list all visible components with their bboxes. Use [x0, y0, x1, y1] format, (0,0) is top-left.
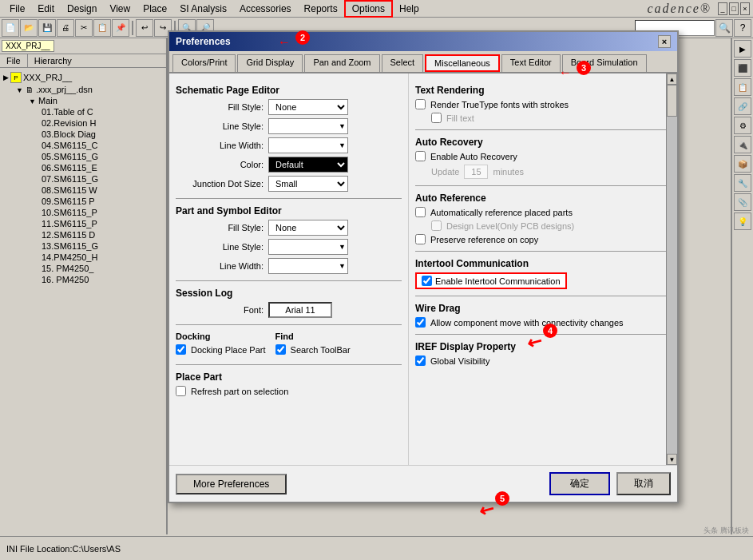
design-level-checkbox[interactable]: [431, 220, 442, 231]
scroll-thumb[interactable]: [667, 85, 677, 117]
minutes-label: minutes: [493, 167, 524, 177]
rt-btn-1[interactable]: ▶: [734, 40, 751, 58]
preserve-ref-checkbox[interactable]: [415, 234, 426, 244]
maximize-button[interactable]: □: [729, 2, 739, 15]
search-icon[interactable]: 🔍: [715, 19, 733, 37]
font-button[interactable]: Arial 11: [268, 302, 332, 318]
tree-item-6[interactable]: 06.SM6115_E: [42, 162, 163, 173]
minimize-button[interactable]: _: [718, 2, 727, 15]
update-input[interactable]: [464, 165, 488, 179]
auto-recovery-checkbox[interactable]: [415, 151, 426, 161]
menu-place[interactable]: Place: [137, 2, 173, 16]
help-icon[interactable]: ?: [734, 19, 751, 37]
divider-r5: [415, 334, 671, 335]
menu-edit[interactable]: Edit: [31, 2, 61, 16]
rt-btn-5[interactable]: ⚙: [734, 117, 751, 134]
toolbar-new[interactable]: 📄: [2, 19, 19, 37]
tab-grid-display[interactable]: Grid Display: [237, 54, 303, 72]
fill-text-checkbox[interactable]: [431, 113, 442, 123]
tree-item-12[interactable]: 12.SM6115 D: [42, 229, 163, 240]
part-fill-select[interactable]: None: [268, 220, 348, 236]
toolbar-undo[interactable]: ↩: [136, 19, 153, 37]
close-button[interactable]: ×: [658, 35, 671, 48]
tab-pan-zoom[interactable]: Pan and Zoom: [304, 54, 379, 72]
part-line-width-label: Line Width:: [176, 261, 264, 271]
search-toolbar-checkbox[interactable]: [275, 344, 286, 355]
tab-board-simulation[interactable]: Board Simulation: [562, 54, 647, 72]
tree-item-10[interactable]: 10.SM6115_P: [42, 207, 163, 218]
rt-btn-2[interactable]: ⬛: [734, 59, 751, 77]
tab-select[interactable]: Select: [382, 54, 424, 72]
junction-dot-select[interactable]: Small: [268, 176, 348, 192]
scroll-down-btn[interactable]: ▼: [667, 454, 677, 465]
part-line-style-label: Line Style:: [176, 242, 264, 252]
tree-root[interactable]: ▶ P XXX_PRJ__: [3, 71, 163, 84]
global-visibility-checkbox[interactable]: [415, 355, 426, 366]
tree-item-2[interactable]: 02.Revision H: [42, 117, 163, 129]
toolbar-open[interactable]: 📂: [20, 19, 38, 37]
divider-1: [176, 198, 402, 199]
auto-ref-checkbox[interactable]: [415, 207, 426, 217]
menu-accessories[interactable]: Accessories: [233, 2, 298, 16]
tree-item-11[interactable]: 11.SM6115_P: [42, 218, 163, 229]
rt-btn-10[interactable]: 💡: [734, 212, 751, 230]
design-level-row: Design Level(Only PCB designs): [415, 220, 671, 231]
intertool-header: Intertool Communication: [415, 258, 671, 269]
render-truetype-checkbox[interactable]: [415, 99, 426, 109]
tree-item-9[interactable]: 09.SM6115 P: [42, 196, 163, 207]
tree-item-8[interactable]: 08.SM6115 W: [42, 185, 163, 196]
tree-item-dsn[interactable]: ▼ 🗎 .xxx_prj__.dsn: [16, 84, 163, 95]
docking-place-part-checkbox[interactable]: [176, 344, 186, 355]
line-style-label: Line Style:: [176, 121, 264, 131]
more-preferences-button[interactable]: More Preferences: [176, 474, 287, 494]
tree-item-16[interactable]: 16. PM4250: [42, 274, 163, 285]
rt-btn-9[interactable]: 📎: [734, 193, 751, 211]
find-label: Find: [275, 332, 351, 341]
cancel-button[interactable]: 取消: [616, 472, 671, 495]
menu-view[interactable]: View: [103, 2, 137, 16]
allow-component-row: Allow component move with connectivity c…: [415, 317, 671, 328]
tab-hierarchy[interactable]: Hierarchy: [28, 54, 78, 67]
color-select[interactable]: Default: [268, 157, 348, 173]
menu-design[interactable]: Design: [61, 2, 103, 16]
menu-reports[interactable]: Reports: [298, 2, 344, 16]
toolbar-paste[interactable]: 📌: [112, 19, 129, 37]
enable-intertool-checkbox[interactable]: [422, 276, 432, 286]
tree-item-15[interactable]: 15. PM4250_: [42, 263, 163, 274]
tree-item-1[interactable]: 01.Table of C: [42, 106, 163, 117]
tab-miscellaneous[interactable]: Miscellaneous: [425, 54, 500, 72]
design-level-label: Design Level(Only PCB designs): [446, 221, 574, 231]
rt-btn-6[interactable]: 🔌: [734, 136, 751, 153]
tree-item-3[interactable]: 03.Block Diag: [42, 129, 163, 140]
menu-help[interactable]: Help: [393, 2, 426, 16]
tab-file[interactable]: File: [0, 54, 28, 67]
tree-item-4[interactable]: 04.SM6115_C: [42, 140, 163, 151]
menu-si-analysis[interactable]: SI Analysis: [173, 2, 233, 16]
toolbar-save[interactable]: 💾: [38, 19, 56, 37]
tree-item-13[interactable]: 13.SM6115_G: [42, 240, 163, 252]
toolbar-cut[interactable]: ✂: [75, 19, 93, 37]
divider-r3: [415, 251, 671, 252]
rt-btn-7[interactable]: 📦: [734, 155, 751, 173]
refresh-part-checkbox[interactable]: [176, 386, 186, 396]
tab-colors-print[interactable]: Colors/Print: [172, 54, 236, 72]
right-scrollbar[interactable]: ▲ ▼: [666, 73, 677, 465]
rt-btn-3[interactable]: 📋: [734, 78, 751, 96]
docking-group: Docking Docking Place Part: [176, 332, 266, 358]
tree-item-main[interactable]: ▼ Main: [29, 95, 163, 106]
toolbar-print[interactable]: 🖨: [57, 19, 74, 37]
allow-component-checkbox[interactable]: [415, 317, 426, 328]
tree-item-7[interactable]: 07.SM6115_G: [42, 173, 163, 185]
scroll-up-btn[interactable]: ▲: [667, 73, 677, 85]
fill-style-select[interactable]: None: [268, 99, 348, 115]
rt-btn-8[interactable]: 🔧: [734, 174, 751, 192]
tree-item-5[interactable]: 05.SM6115_G: [42, 151, 163, 162]
tree-item-14[interactable]: 14.PM4250_H: [42, 252, 163, 263]
rt-btn-4[interactable]: 🔗: [734, 97, 751, 115]
close-app-button[interactable]: ×: [740, 2, 750, 15]
toolbar-copy[interactable]: 📋: [93, 19, 111, 37]
ok-button[interactable]: 确定: [549, 472, 610, 495]
tab-text-editor[interactable]: Text Editor: [501, 54, 561, 72]
menu-file[interactable]: File: [3, 2, 31, 16]
menu-options[interactable]: Options: [344, 0, 393, 18]
